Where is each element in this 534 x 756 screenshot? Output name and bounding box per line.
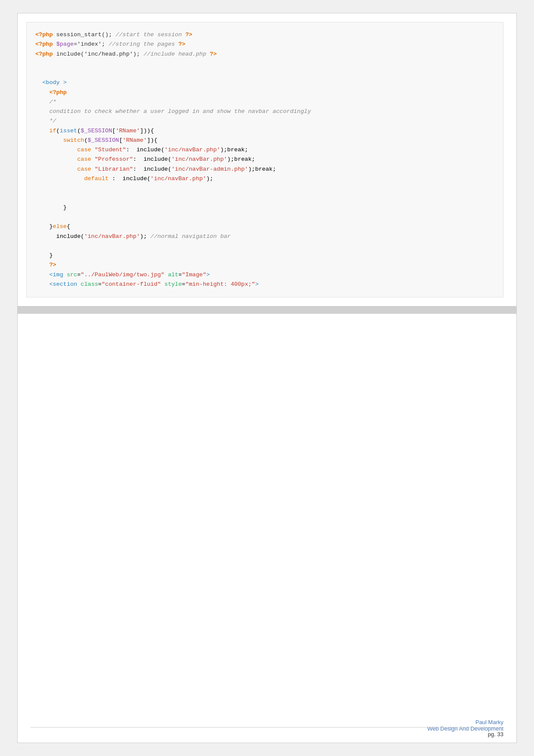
code-area: <?php session_start(); //start the sessi… bbox=[18, 13, 516, 306]
page-number-line bbox=[31, 727, 503, 728]
page-container: <?php session_start(); //start the sessi… bbox=[17, 13, 517, 743]
page-number: pg. 33 bbox=[488, 731, 503, 737]
code-block: <?php session_start(); //start the sessi… bbox=[26, 22, 503, 297]
gray-bar bbox=[18, 306, 516, 314]
footer: Paul Marky Web Design And Development bbox=[18, 712, 516, 743]
footer-author-name: Paul Marky bbox=[475, 719, 503, 725]
white-space bbox=[18, 314, 516, 712]
